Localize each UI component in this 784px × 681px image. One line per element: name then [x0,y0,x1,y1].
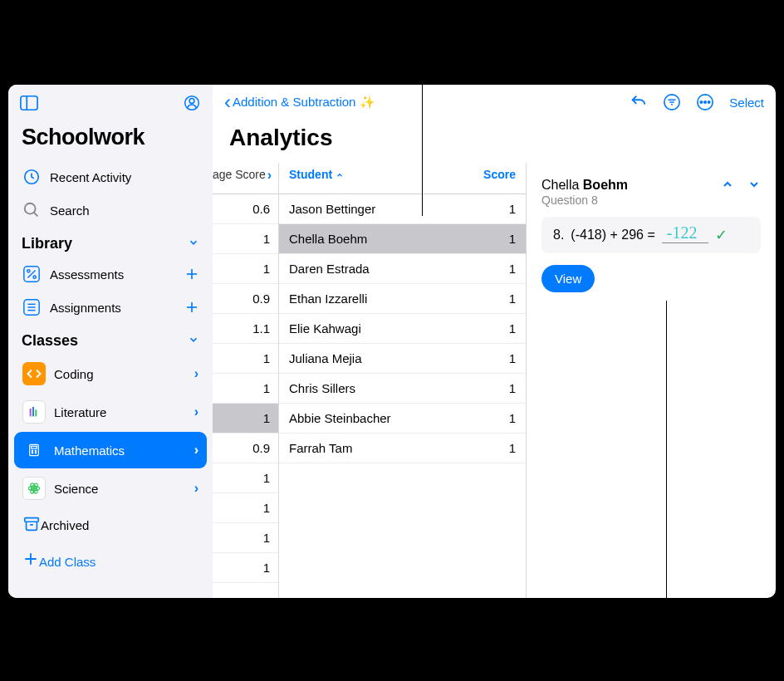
avg-score-row[interactable]: 1 [213,224,278,254]
view-button[interactable]: View [541,265,595,292]
correct-check-icon: ✓ [715,226,728,244]
account-icon[interactable] [183,95,201,115]
plus-icon [22,551,39,572]
sidebar-item-archived[interactable]: Archived [14,508,207,542]
student-name: Juliana Mejia [289,351,362,365]
classes-header[interactable]: Classes [8,324,213,355]
student-score: 1 [509,411,516,425]
avg-score-row[interactable]: 0.9 [213,434,278,463]
svg-point-42 [704,101,706,103]
student-name: Daren Estrada [289,262,370,276]
score-header[interactable]: Score [483,168,516,181]
undo-button[interactable] [626,90,651,115]
svg-point-41 [701,101,703,103]
coding-icon [22,362,46,385]
svg-rect-23 [32,446,37,448]
detail-student-name: Chella Boehm [541,178,628,193]
main-area: ‹ Addition & Subtraction ✨ Select Analyt… [213,85,776,598]
select-button[interactable]: Select [729,96,764,110]
chevron-down-icon [188,237,199,251]
student-name: Jason Bettinger [289,202,375,216]
avg-score-row[interactable]: 1 [213,553,278,583]
avg-score-row[interactable]: 1 [213,523,278,553]
avg-score-row[interactable]: 0.9 [213,284,278,314]
svg-point-9 [27,270,30,272]
svg-rect-0 [21,96,37,110]
student-column: Student Score Jason Bettinger1Chella Boe… [279,163,527,598]
svg-rect-32 [25,518,39,522]
add-class-button[interactable]: Add Class [14,544,207,579]
chevron-down-icon [188,334,199,348]
student-sort-header[interactable]: Student [289,168,344,181]
sidebar-item-science[interactable]: Science › [14,470,207,507]
svg-point-24 [32,450,32,451]
archive-icon [22,515,41,536]
chevron-left-icon: ‹ [224,91,231,114]
student-score: 1 [509,441,516,455]
student-row[interactable]: Ethan Izzarelli1 [279,284,526,314]
sidebar-item-coding[interactable]: Coding › [14,355,207,392]
avg-score-row[interactable]: 1.1 [213,314,278,344]
student-answer: -122 [662,223,708,243]
student-row[interactable]: Elie Kahwagi1 [279,314,526,344]
add-assignment-icon[interactable] [184,299,199,316]
annotation-line [666,301,667,681]
chevron-right-icon[interactable]: › [267,168,272,183]
back-button[interactable]: ‹ Addition & Subtraction ✨ [224,91,375,114]
next-question-button[interactable] [747,178,761,195]
literature-icon [22,400,46,424]
sidebar-title: Schoolwork [8,121,213,160]
annotation-line [422,0,423,216]
more-button[interactable] [693,90,718,115]
svg-point-10 [33,276,36,278]
avg-score-row[interactable]: 1 [213,254,278,284]
student-name: Elie Kahwagi [289,321,361,336]
avg-score-row[interactable]: 0.6 [213,194,278,224]
student-score: 1 [509,351,516,365]
svg-point-28 [33,487,36,490]
student-score: 1 [509,202,516,216]
sidebar-item-assessments[interactable]: Assessments [8,257,213,291]
student-score: 1 [509,381,516,395]
student-row[interactable]: Farrah Tam1 [279,434,526,463]
sidebar-item-search[interactable]: Search [8,194,213,227]
sidebar-item-mathematics[interactable]: Mathematics › [14,432,207,468]
svg-point-5 [25,203,36,214]
student-row[interactable]: Jason Bettinger1 [279,194,526,224]
sidebar-toggle-icon[interactable] [20,95,38,115]
student-row[interactable]: Chella Boehm1 [279,224,526,254]
avg-score-row[interactable]: 1 [213,344,278,374]
student-row[interactable]: Juliana Mejia1 [279,344,526,374]
svg-rect-19 [30,409,32,416]
svg-rect-21 [35,409,37,416]
svg-line-6 [34,213,38,217]
avg-score-row[interactable]: 1 [213,374,278,404]
avg-score-header: age Score [213,168,266,181]
prev-question-button[interactable] [721,178,734,195]
student-row[interactable]: Chris Sillers1 [279,374,526,404]
svg-point-27 [35,453,36,453]
svg-point-43 [708,101,710,103]
chevron-right-icon: › [194,481,198,496]
detail-panel: Chella Boehm Question 8 8. (-418) + [527,163,776,598]
student-score: 1 [509,292,516,306]
sidebar-item-literature[interactable]: Literature › [14,394,207,430]
list-icon [22,297,42,317]
avg-score-row[interactable]: 1 [213,463,278,493]
add-assessment-icon[interactable] [184,266,199,282]
chevron-right-icon: › [194,404,198,419]
question-box: 8. (-418) + 296 = -122 ✓ [541,217,761,253]
svg-line-8 [27,270,35,277]
student-name: Abbie Steinbacher [289,411,391,425]
library-header[interactable]: Library [8,227,213,257]
avg-score-row[interactable]: 1 [213,493,278,523]
sidebar-item-recent[interactable]: Recent Activity [8,160,213,194]
filter-button[interactable] [659,90,684,115]
student-name: Ethan Izzarelli [289,292,367,306]
avg-score-row[interactable]: 1 [213,404,278,434]
student-row[interactable]: Abbie Steinbacher1 [279,404,526,434]
student-row[interactable]: Daren Estrada1 [279,254,526,284]
search-icon [22,200,42,220]
sidebar-item-assignments[interactable]: Assignments [8,291,213,324]
student-score: 1 [509,232,516,246]
